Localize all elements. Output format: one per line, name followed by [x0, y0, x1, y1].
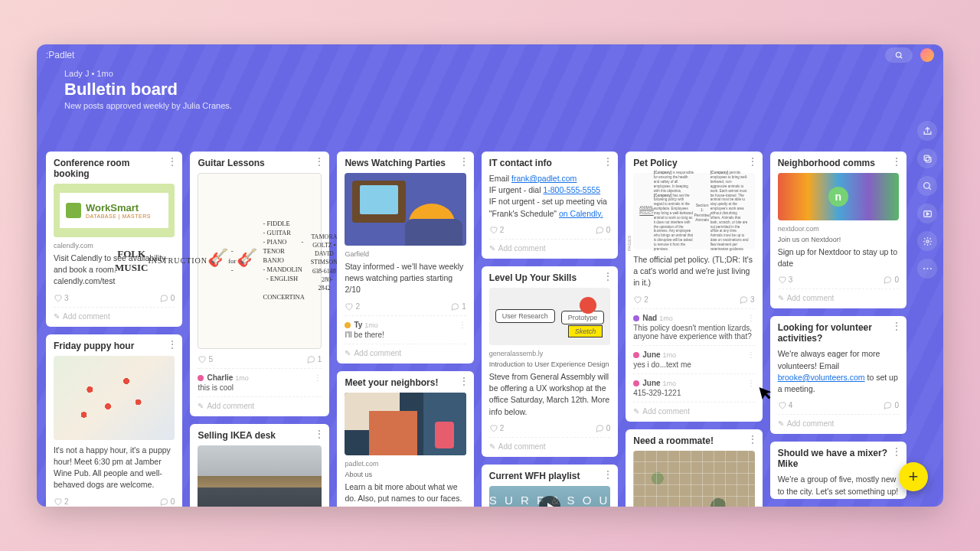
card-guitar[interactable]: ⋮Guitar Lessons FOLK MUSIC INSTRUCTION 🎸…: [190, 152, 329, 416]
card-more-icon[interactable]: ⋮: [603, 468, 613, 481]
add-comment-input[interactable]: ✎Add comment: [54, 307, 175, 321]
comment-count-button[interactable]: 0: [160, 294, 175, 302]
comment: June1mo⋮ 415-329-1221: [633, 373, 754, 397]
card-volunteer[interactable]: ⋮Looking for volunteer activities?We're …: [770, 316, 906, 434]
search-button[interactable]: [885, 47, 913, 63]
comment-meta: 1mo: [235, 374, 249, 382]
card-footer: 5 1: [198, 355, 322, 364]
like-button[interactable]: 5: [198, 355, 213, 364]
comment-count-button[interactable]: 0: [596, 424, 611, 432]
comment-text: I'll be there!: [345, 331, 466, 339]
like-button[interactable]: 3: [778, 276, 793, 284]
card-more-icon[interactable]: ⋮: [603, 155, 613, 168]
card-more-icon[interactable]: ⋮: [747, 433, 758, 445]
play-icon[interactable]: [917, 204, 937, 223]
add-comment-input[interactable]: ✎Add comment: [489, 239, 610, 253]
svg-line-5: [929, 187, 931, 190]
card-nextdoor[interactable]: ⋮Neighborhood comms n nextdoor.comJoin u…: [770, 152, 906, 308]
user-avatar[interactable]: [920, 48, 934, 62]
comment-author: Nad: [642, 314, 657, 322]
like-button[interactable]: 3: [54, 294, 69, 302]
add-comment-input[interactable]: ✎Add comment: [489, 437, 610, 451]
card-wfh[interactable]: ⋮Current WFH playlist S U R F & S O U L: [482, 465, 618, 507]
column: ⋮IT contact infoEmail frank@padlet.comIF…: [482, 152, 618, 499]
like-button[interactable]: 2: [54, 497, 69, 506]
add-comment-input[interactable]: ✎Add comment: [778, 414, 899, 428]
card-more-icon[interactable]: ⋮: [167, 338, 178, 350]
comment-count-button[interactable]: 0: [884, 401, 899, 409]
comment-count-button[interactable]: 0: [160, 497, 175, 506]
comment-text: yes i do...text me: [633, 360, 754, 369]
card-mixer[interactable]: ⋮Should we have a mixer? MikeWe're a gro…: [770, 442, 906, 499]
like-button[interactable]: 2: [489, 226, 505, 234]
card-footer: 2 1: [345, 302, 466, 311]
comment-count-button[interactable]: 0: [884, 276, 899, 284]
comment-more-icon[interactable]: ⋮: [459, 321, 466, 329]
comment-text: this is cool: [198, 383, 322, 392]
comment-more-icon[interactable]: ⋮: [314, 373, 322, 382]
comment-count-button[interactable]: 3: [740, 295, 755, 304]
share-icon[interactable]: [917, 121, 937, 141]
comment-count: 0: [606, 424, 611, 432]
card-source: padlet.com: [345, 460, 466, 468]
card-more-icon[interactable]: ⋮: [891, 320, 902, 332]
svg-point-0: [896, 52, 900, 57]
header-meta: Lady J • 1mo: [64, 69, 916, 78]
column: ⋮Neighborhood comms n nextdoor.comJoin u…: [770, 152, 906, 499]
card-puppy[interactable]: ⋮Friday puppy hour It's not a happy hour…: [46, 334, 182, 507]
column: ⋮Guitar Lessons FOLK MUSIC INSTRUCTION 🎸…: [190, 152, 329, 499]
comment-count-button[interactable]: 1: [307, 355, 322, 364]
card-more-icon[interactable]: ⋮: [459, 155, 469, 168]
column: ⋮Pet Policy ANIMAL POLICY [Company] is r…: [626, 152, 762, 499]
comment-count-button[interactable]: 1: [451, 302, 466, 311]
settings-icon[interactable]: [917, 231, 937, 251]
more-icon[interactable]: [917, 259, 937, 279]
card-more-icon[interactable]: ⋮: [747, 155, 758, 168]
card-neighbors[interactable]: ⋮Meet your neighbors! padlet.comAbout us…: [337, 371, 473, 507]
copy-icon[interactable]: [917, 148, 937, 168]
card-more-icon[interactable]: ⋮: [314, 155, 325, 168]
card-it[interactable]: ⋮IT contact infoEmail frank@padlet.comIF…: [482, 152, 618, 259]
add-comment-input[interactable]: ✎Add comment: [198, 396, 322, 410]
comment-author: June: [642, 379, 660, 387]
card-levelup[interactable]: ⋮Level Up Your Skills User Research Prot…: [482, 266, 618, 457]
comment-author: June: [642, 350, 660, 359]
card-roommate[interactable]: ⋮Need a roommate!: [626, 429, 762, 507]
comment-count: 1: [462, 302, 466, 311]
card-more-icon[interactable]: ⋮: [459, 375, 469, 387]
card-more-icon[interactable]: ⋮: [603, 270, 613, 282]
card-body: It's not a happy hour, it's a puppy hour…: [54, 445, 175, 491]
like-button[interactable]: 2: [489, 424, 505, 432]
card-subcaption: About us: [345, 471, 466, 478]
card-title: Selling IKEA desk: [198, 430, 322, 441]
svg-point-9: [926, 268, 928, 269]
card-body: We're always eager for more volunteers! …: [778, 348, 899, 395]
comment-more-icon[interactable]: ⋮: [747, 314, 755, 322]
add-comment-input[interactable]: ✎Add comment: [633, 402, 754, 416]
card-footer: 2 3: [633, 295, 754, 304]
card-body: Sign up for Nextdoor to stay up to date: [778, 246, 899, 269]
card-more-icon[interactable]: ⋮: [314, 428, 325, 440]
comment-more-icon[interactable]: ⋮: [747, 350, 755, 359]
like-button[interactable]: 2: [345, 302, 360, 311]
card-title: Should we have a mixer? Mike: [778, 448, 899, 469]
card-more-icon[interactable]: ⋮: [167, 155, 178, 168]
card-more-icon[interactable]: ⋮: [891, 445, 902, 458]
card-ikea[interactable]: ⋮Selling IKEA desk: [190, 424, 329, 507]
comment-more-icon[interactable]: ⋮: [747, 379, 755, 387]
add-comment-input[interactable]: ✎Add comment: [778, 289, 899, 302]
card-subcaption: Introduction to User Experience Design: [489, 360, 610, 368]
search-icon[interactable]: [917, 176, 937, 196]
card-conference[interactable]: ⋮Conference room bookingWorkSmartDATABAS…: [46, 152, 182, 327]
board-header: Lady J • 1mo Bulletin board New posts ap…: [37, 66, 943, 116]
add-comment-input[interactable]: ✎Add comment: [345, 344, 466, 357]
card-news[interactable]: ⋮News Watching Parties GarfieldStay info…: [337, 152, 473, 364]
svg-rect-3: [924, 155, 929, 161]
card-source: Garfield: [345, 250, 466, 258]
card-more-icon[interactable]: ⋮: [891, 155, 902, 168]
card-pet[interactable]: ⋮Pet Policy ANIMAL POLICY [Company] is r…: [626, 152, 762, 422]
like-button[interactable]: 2: [633, 295, 648, 304]
add-post-fab[interactable]: +: [899, 462, 928, 491]
comment-count-button[interactable]: 0: [596, 226, 611, 234]
like-button[interactable]: 4: [778, 401, 793, 409]
